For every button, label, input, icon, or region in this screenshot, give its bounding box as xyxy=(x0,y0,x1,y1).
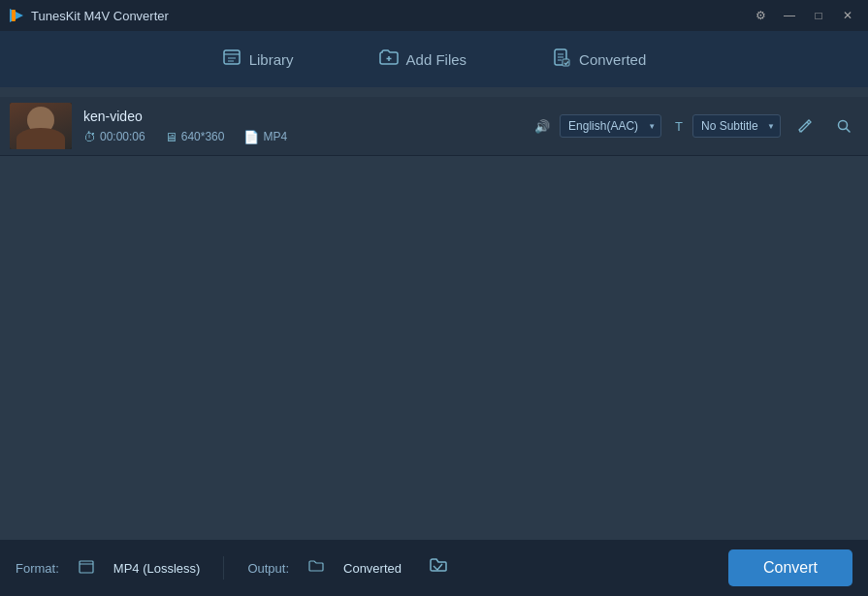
resolution-value: 640*360 xyxy=(181,130,225,143)
bottombar: Format: MP4 (Lossless) Output: Converted… xyxy=(0,540,868,596)
add-files-label: Add Files xyxy=(406,51,467,68)
audio-select[interactable]: English(AAC) French(AAC) No Audio xyxy=(560,114,661,138)
resolution-item: 🖥 640*360 xyxy=(165,130,225,144)
audio-icon: 🔊 xyxy=(534,119,550,134)
format-label: Format: xyxy=(16,561,59,576)
format-value: MP4 (Lossless) xyxy=(113,561,201,576)
audio-select-wrap: English(AAC) French(AAC) No Audio xyxy=(560,114,661,138)
svg-rect-2 xyxy=(224,50,240,64)
duration-value: 00:00:06 xyxy=(100,130,145,143)
navbar: Library Add Files Converted xyxy=(0,31,868,87)
nav-add-files[interactable]: Add Files xyxy=(366,42,481,78)
minimize-button[interactable]: — xyxy=(777,5,802,26)
format-icon xyxy=(79,560,94,577)
video-thumbnail xyxy=(10,103,72,149)
video-title: ken-video xyxy=(83,109,513,124)
add-files-icon xyxy=(379,47,399,72)
titlebar: TunesKit M4V Converter ⚙ — □ ✕ xyxy=(0,0,868,31)
titlebar-left: TunesKit M4V Converter xyxy=(8,7,169,24)
nav-library[interactable]: Library xyxy=(209,42,307,78)
subtitle-select-wrap: No Subtitle English French xyxy=(692,114,781,138)
output-folder-icon xyxy=(308,559,324,577)
format-icon: 📄 xyxy=(243,130,259,144)
display-icon: 🖥 xyxy=(165,130,177,144)
subtitle-select[interactable]: No Subtitle English French xyxy=(692,114,781,138)
thumbnail-image xyxy=(10,103,72,149)
search-button[interactable] xyxy=(829,111,858,141)
svg-rect-1 xyxy=(12,10,16,21)
duration-item: ⏱ 00:00:06 xyxy=(83,130,145,144)
app-icon xyxy=(8,7,25,24)
svg-line-13 xyxy=(807,122,809,124)
output-label: Output: xyxy=(247,561,289,576)
video-info: ken-video ⏱ 00:00:06 🖥 640*360 📄 MP4 xyxy=(83,109,513,144)
titlebar-controls: ⚙ — □ ✕ xyxy=(748,5,860,26)
subtitle-icon: T xyxy=(675,119,683,134)
app-title: TunesKit M4V Converter xyxy=(31,9,169,23)
library-icon xyxy=(222,47,241,72)
settings-button[interactable]: ⚙ xyxy=(748,5,773,26)
library-label: Library xyxy=(249,51,294,68)
edit-button[interactable] xyxy=(790,111,820,141)
video-controls: 🔊 English(AAC) French(AAC) No Audio T No… xyxy=(534,111,858,141)
format-item: 📄 MP4 xyxy=(243,130,287,144)
clock-icon: ⏱ xyxy=(83,130,96,144)
convert-button[interactable]: Convert xyxy=(728,549,852,586)
maximize-button[interactable]: □ xyxy=(806,5,831,26)
converted-icon xyxy=(552,47,571,72)
output-value: Converted xyxy=(343,561,402,576)
main-content: ken-video ⏱ 00:00:06 🖥 640*360 📄 MP4 🔊 xyxy=(0,87,868,540)
converted-label: Converted xyxy=(579,51,646,68)
format-value: MP4 xyxy=(263,130,287,143)
browse-folder-button[interactable] xyxy=(421,553,456,583)
nav-converted[interactable]: Converted xyxy=(538,42,659,78)
video-row: ken-video ⏱ 00:00:06 🖥 640*360 📄 MP4 🔊 xyxy=(0,97,868,156)
svg-rect-17 xyxy=(80,561,93,573)
video-meta: ⏱ 00:00:06 🖥 640*360 📄 MP4 xyxy=(83,130,513,144)
close-button[interactable]: ✕ xyxy=(835,5,860,26)
svg-line-16 xyxy=(847,129,851,133)
separator xyxy=(223,556,224,580)
